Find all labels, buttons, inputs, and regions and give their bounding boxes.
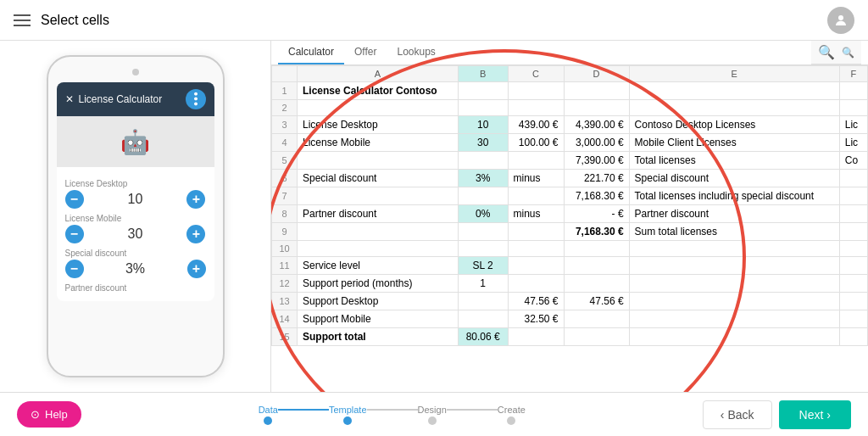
- cell-A-14[interactable]: Support Mobile: [298, 310, 459, 328]
- cell-C-12[interactable]: [508, 275, 564, 293]
- cell-D-1[interactable]: [564, 82, 629, 100]
- row-num-cell[interactable]: 8: [272, 205, 298, 223]
- cell-D-8[interactable]: - €: [564, 205, 629, 223]
- cell-F-6[interactable]: [839, 170, 867, 187]
- hamburger-menu[interactable]: [14, 14, 31, 26]
- app-menu-button[interactable]: •••: [186, 89, 206, 109]
- cell-A-11[interactable]: Service level: [298, 257, 459, 275]
- cell-A-9[interactable]: [298, 223, 459, 241]
- cell-D-13[interactable]: 47.56 €: [564, 293, 629, 310]
- decrement-discount-button[interactable]: −: [65, 260, 84, 278]
- cell-F-12[interactable]: [839, 275, 867, 293]
- cell-F-4[interactable]: Lic: [839, 134, 867, 152]
- close-icon[interactable]: ✕: [65, 93, 74, 105]
- increment-desktop-button[interactable]: +: [186, 190, 205, 209]
- cell-E-7[interactable]: Total licenses including special discoun…: [629, 187, 839, 205]
- row-num-cell[interactable]: 13: [272, 293, 298, 310]
- row-num-cell[interactable]: 14: [272, 310, 298, 328]
- cell-B-3[interactable]: 10: [458, 116, 508, 134]
- cell-D-4[interactable]: 3,000.00 €: [564, 134, 629, 152]
- cell-D-9[interactable]: 7,168.30 €: [564, 223, 629, 241]
- cell-B-8[interactable]: 0%: [458, 205, 508, 223]
- cell-C-2[interactable]: [508, 100, 564, 116]
- cell-F-5[interactable]: Co: [839, 152, 867, 170]
- row-num-cell[interactable]: 6: [272, 170, 298, 187]
- cell-A-12[interactable]: Support period (months): [298, 275, 459, 293]
- cell-F-1[interactable]: [839, 82, 867, 100]
- cell-E-6[interactable]: Special discount: [629, 170, 839, 187]
- cell-D-15[interactable]: [564, 328, 629, 346]
- cell-A-5[interactable]: [298, 152, 459, 170]
- row-num-cell[interactable]: 3: [272, 116, 298, 134]
- cell-A-2[interactable]: [298, 100, 459, 116]
- cell-B-1[interactable]: [458, 82, 508, 100]
- cell-E-5[interactable]: Total licenses: [629, 152, 839, 170]
- cell-F-14[interactable]: [839, 310, 867, 328]
- row-num-cell[interactable]: 7: [272, 187, 298, 205]
- cell-A-1[interactable]: License Calculator Contoso: [298, 82, 459, 100]
- cell-B-9[interactable]: [458, 223, 508, 241]
- cell-F-3[interactable]: Lic: [839, 116, 867, 134]
- cell-E-11[interactable]: [629, 257, 839, 275]
- increment-mobile-button[interactable]: +: [186, 225, 205, 243]
- cell-F-13[interactable]: [839, 293, 867, 310]
- cell-F-11[interactable]: [839, 257, 867, 275]
- cell-E-15[interactable]: [629, 328, 839, 346]
- cell-A-13[interactable]: Support Desktop: [298, 293, 459, 310]
- cell-C-1[interactable]: [508, 82, 564, 100]
- cell-E-1[interactable]: [629, 82, 839, 100]
- zoom-in-button[interactable]: 🔍: [815, 42, 838, 62]
- cell-F-2[interactable]: [839, 100, 867, 116]
- cell-B-5[interactable]: [458, 152, 508, 170]
- cell-D-6[interactable]: 221.70 €: [564, 170, 629, 187]
- cell-C-11[interactable]: [508, 257, 564, 275]
- zoom-out-button[interactable]: 🔍: [838, 45, 858, 60]
- cell-F-9[interactable]: [839, 223, 867, 241]
- cell-F-7[interactable]: [839, 187, 867, 205]
- cell-D-10[interactable]: [564, 241, 629, 257]
- cell-C-13[interactable]: 47.56 €: [508, 293, 564, 310]
- cell-A-3[interactable]: License Desktop: [298, 116, 459, 134]
- tab-offer[interactable]: Offer: [344, 41, 387, 64]
- cell-B-4[interactable]: 30: [458, 134, 508, 152]
- cell-A-10[interactable]: [298, 241, 459, 257]
- cell-A-7[interactable]: [298, 187, 459, 205]
- row-num-cell[interactable]: 2: [272, 100, 298, 116]
- tab-lookups[interactable]: Lookups: [387, 41, 446, 64]
- cell-D-7[interactable]: 7,168.30 €: [564, 187, 629, 205]
- cell-E-3[interactable]: Contoso Desktop Licenses: [629, 116, 839, 134]
- tab-calculator[interactable]: Calculator: [278, 41, 344, 64]
- cell-D-5[interactable]: 7,390.00 €: [564, 152, 629, 170]
- cell-B-13[interactable]: [458, 293, 508, 310]
- cell-D-11[interactable]: [564, 257, 629, 275]
- user-avatar[interactable]: [827, 7, 854, 34]
- help-button[interactable]: ⊙ Help: [17, 401, 81, 428]
- row-num-cell[interactable]: 15: [272, 328, 298, 346]
- increment-discount-button[interactable]: +: [187, 260, 206, 278]
- row-num-cell[interactable]: 12: [272, 275, 298, 293]
- cell-B-15[interactable]: 80.06 €: [458, 328, 508, 346]
- cell-B-6[interactable]: 3%: [458, 170, 508, 187]
- cell-E-12[interactable]: [629, 275, 839, 293]
- cell-C-5[interactable]: [508, 152, 564, 170]
- row-num-cell[interactable]: 9: [272, 223, 298, 241]
- cell-E-4[interactable]: Mobile Client Licenses: [629, 134, 839, 152]
- cell-F-8[interactable]: [839, 205, 867, 223]
- cell-D-2[interactable]: [564, 100, 629, 116]
- cell-D-3[interactable]: 4,390.00 €: [564, 116, 629, 134]
- cell-B-11[interactable]: SL 2: [458, 257, 508, 275]
- cell-A-8[interactable]: Partner discount: [298, 205, 459, 223]
- cell-C-15[interactable]: [508, 328, 564, 346]
- cell-C-10[interactable]: [508, 241, 564, 257]
- cell-E-13[interactable]: [629, 293, 839, 310]
- cell-E-2[interactable]: [629, 100, 839, 116]
- row-num-cell[interactable]: 10: [272, 241, 298, 257]
- row-num-cell[interactable]: 5: [272, 152, 298, 170]
- cell-B-12[interactable]: 1: [458, 275, 508, 293]
- cell-C-7[interactable]: [508, 187, 564, 205]
- cell-C-9[interactable]: [508, 223, 564, 241]
- cell-B-7[interactable]: [458, 187, 508, 205]
- cell-A-6[interactable]: Special discount: [298, 170, 459, 187]
- cell-F-10[interactable]: [839, 241, 867, 257]
- cell-A-15[interactable]: Support total: [298, 328, 459, 346]
